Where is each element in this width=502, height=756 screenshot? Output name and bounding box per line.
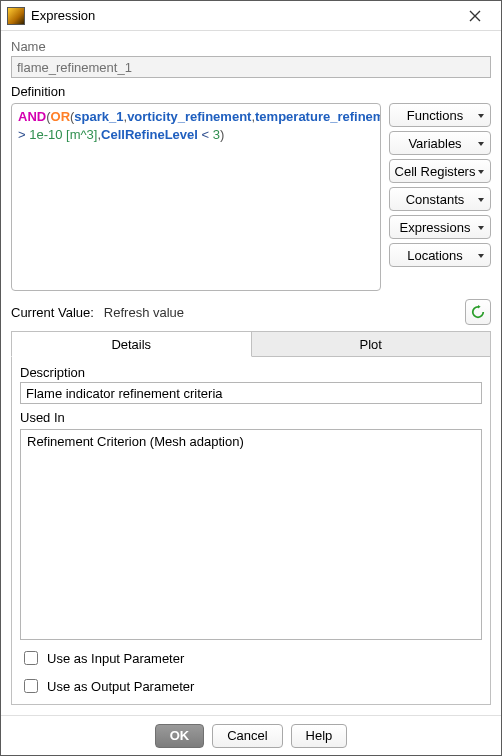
description-input[interactable] (20, 382, 482, 404)
name-input (11, 56, 491, 78)
titlebar: Expression (1, 1, 501, 31)
definition-label: Definition (11, 84, 491, 99)
input-param-row[interactable]: Use as Input Parameter (20, 648, 482, 668)
expression-dialog: Expression Name Definition AND(OR(spark_… (0, 0, 502, 756)
token-var: vorticity_refinement (127, 109, 251, 124)
chevron-down-icon (478, 254, 484, 258)
button-label: Expressions (400, 220, 471, 235)
dialog-footer: OK Cancel Help (1, 715, 501, 755)
button-label: Constants (406, 192, 465, 207)
button-label: Cell Registers (395, 164, 476, 179)
definition-button-column: Functions Variables Cell Registers Const… (389, 103, 491, 291)
token-num: 1e-10 [m^3] (29, 127, 97, 142)
cell-registers-button[interactable]: Cell Registers (389, 159, 491, 183)
token-op: < (198, 127, 213, 142)
functions-button[interactable]: Functions (389, 103, 491, 127)
current-value-row: Current Value: Refresh value (11, 299, 491, 325)
used-in-item[interactable]: Refinement Criterion (Mesh adaption) (27, 434, 475, 449)
output-param-checkbox[interactable] (24, 679, 38, 693)
close-button[interactable] (455, 2, 495, 30)
output-param-row[interactable]: Use as Output Parameter (20, 676, 482, 696)
input-param-checkbox[interactable] (24, 651, 38, 665)
locations-button[interactable]: Locations (389, 243, 491, 267)
chevron-down-icon (478, 198, 484, 202)
chevron-down-icon (478, 142, 484, 146)
tab-plot[interactable]: Plot (252, 331, 492, 357)
constants-button[interactable]: Constants (389, 187, 491, 211)
used-in-label: Used In (20, 410, 482, 425)
details-pane: Description Used In Refinement Criterion… (11, 357, 491, 705)
output-param-label: Use as Output Parameter (47, 679, 194, 694)
token-and: AND (18, 109, 46, 124)
app-icon (7, 7, 25, 25)
used-in-list[interactable]: Refinement Criterion (Mesh adaption) (20, 429, 482, 640)
refresh-button[interactable] (465, 299, 491, 325)
token-paren: ) (220, 127, 224, 142)
expressions-button[interactable]: Expressions (389, 215, 491, 239)
current-value-text: Refresh value (104, 305, 184, 320)
close-icon (469, 10, 481, 22)
tabs: Details Plot (11, 331, 491, 357)
chevron-down-icon (478, 114, 484, 118)
variables-button[interactable]: Variables (389, 131, 491, 155)
token-or: OR (51, 109, 71, 124)
tab-details[interactable]: Details (11, 331, 252, 357)
content-area: Name Definition AND(OR(spark_1,vorticity… (1, 31, 501, 715)
cancel-button[interactable]: Cancel (212, 724, 282, 748)
chevron-down-icon (478, 170, 484, 174)
token-num: 3 (213, 127, 220, 142)
input-param-label: Use as Input Parameter (47, 651, 184, 666)
window-title: Expression (31, 8, 455, 23)
button-label: Functions (407, 108, 463, 123)
current-value-label: Current Value: (11, 305, 94, 320)
definition-editor[interactable]: AND(OR(spark_1,vorticity_refinement,temp… (11, 103, 381, 291)
chevron-down-icon (478, 226, 484, 230)
definition-row: AND(OR(spark_1,vorticity_refinement,temp… (11, 103, 491, 291)
token-op: > (18, 127, 29, 142)
help-button[interactable]: Help (291, 724, 348, 748)
refresh-icon (471, 305, 485, 319)
name-label: Name (11, 39, 491, 54)
button-label: Variables (408, 136, 461, 151)
token-var: spark_1 (74, 109, 123, 124)
button-label: Locations (407, 248, 463, 263)
ok-button[interactable]: OK (155, 724, 205, 748)
description-label: Description (20, 365, 482, 380)
token-var: CellRefineLevel (101, 127, 198, 142)
token-var: temperature_refinement (255, 109, 381, 124)
